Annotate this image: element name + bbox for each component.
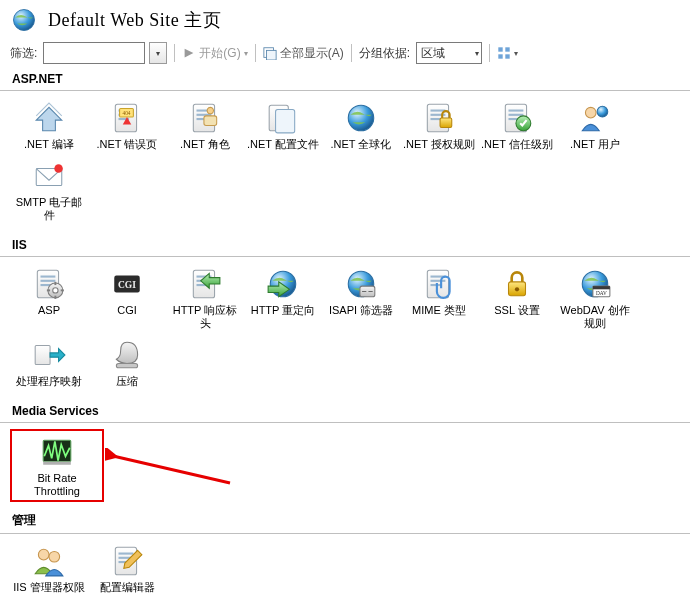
- feature-webdav[interactable]: WebDAV 创作规则: [558, 267, 632, 330]
- view-mode-button[interactable]: ▾: [497, 46, 518, 60]
- separator: [351, 44, 352, 62]
- section-title-aspnet: ASP.NET: [0, 68, 690, 91]
- separator: [255, 44, 256, 62]
- errorpage-icon: [110, 101, 144, 135]
- asp-icon: [32, 267, 66, 301]
- configeditor-icon: [110, 544, 144, 578]
- show-all-icon: [263, 46, 277, 60]
- webdav-icon: [578, 267, 612, 301]
- smtp-icon: [32, 159, 66, 193]
- feature-net-compile[interactable]: .NET 编译: [12, 101, 86, 151]
- profile-icon: [266, 101, 300, 135]
- iis-grid: ASP CGI HTTP 响应标头 HTTP 重定向 ISAPI 筛选器 MIM…: [0, 263, 690, 400]
- view-grid-icon: [497, 46, 511, 60]
- feature-iis-mgr-permissions[interactable]: IIS 管理器权限: [12, 544, 86, 594]
- feature-ssl-settings[interactable]: SSL 设置: [480, 267, 554, 330]
- feature-http-headers[interactable]: HTTP 响应标头: [168, 267, 242, 330]
- group-by-select[interactable]: 区域 ▾: [416, 42, 482, 64]
- show-all-label: 全部显示(A): [280, 45, 344, 62]
- feature-net-profile[interactable]: .NET 配置文件: [246, 101, 320, 151]
- aspnet-grid: .NET 编译 .NET 错误页 .NET 角色 .NET 配置文件 .NET …: [0, 97, 690, 234]
- feature-net-roles[interactable]: .NET 角色: [168, 101, 242, 151]
- section-title-iis: IIS: [0, 234, 690, 257]
- go-icon: [182, 46, 196, 60]
- feature-mime-types[interactable]: MIME 类型: [402, 267, 476, 330]
- feature-net-errorpages[interactable]: .NET 错误页: [90, 101, 164, 151]
- arrow-icon: [105, 448, 235, 488]
- separator: [489, 44, 490, 62]
- feature-cgi[interactable]: CGI: [90, 267, 164, 330]
- httpheaders-icon: [188, 267, 222, 301]
- feature-bit-rate-throttling[interactable]: Bit Rate Throttling: [18, 435, 96, 498]
- group-by-label: 分组依据:: [359, 45, 410, 62]
- chevron-down-icon: ▾: [475, 49, 479, 58]
- feature-isapi-filters[interactable]: ISAPI 筛选器: [324, 267, 398, 330]
- start-label: 开始(G): [199, 45, 240, 62]
- filter-input[interactable]: [43, 42, 145, 64]
- globalization-icon: [344, 101, 378, 135]
- trust-icon: [500, 101, 534, 135]
- bitrate-icon: [40, 435, 74, 469]
- filter-toolbar: 筛选: ▾ 开始(G) ▾ 全部显示(A) 分组依据: 区域 ▾ ▾: [0, 40, 690, 68]
- ssl-icon: [500, 267, 534, 301]
- cgi-icon: [110, 267, 144, 301]
- svg-line-38: [113, 456, 230, 483]
- feature-http-redirect[interactable]: HTTP 重定向: [246, 267, 320, 330]
- show-all-button[interactable]: 全部显示(A): [263, 45, 344, 62]
- section-title-manage: 管理: [0, 508, 690, 534]
- start-button[interactable]: 开始(G) ▾: [182, 45, 247, 62]
- isapi-icon: [344, 267, 378, 301]
- feature-configuration-editor[interactable]: 配置编辑器: [90, 544, 164, 594]
- mime-icon: [422, 267, 456, 301]
- manage-grid: IIS 管理器权限 配置编辑器: [0, 540, 690, 594]
- feature-net-users[interactable]: .NET 用户: [558, 101, 632, 151]
- group-by-value: 区域: [421, 45, 445, 62]
- feature-net-trust[interactable]: .NET 信任级别: [480, 101, 554, 151]
- handlers-icon: [32, 338, 66, 372]
- compression-icon: [110, 338, 144, 372]
- iismgrperm-icon: [32, 544, 66, 578]
- filter-dropdown-button[interactable]: ▾: [149, 42, 167, 64]
- separator: [174, 44, 175, 62]
- feature-net-globalization[interactable]: .NET 全球化: [324, 101, 398, 151]
- authrules-icon: [422, 101, 456, 135]
- page-title: Default Web Site 主页: [48, 8, 221, 32]
- section-title-media: Media Services: [0, 400, 690, 423]
- highlight-box: Bit Rate Throttling: [10, 429, 104, 502]
- feature-net-authrules[interactable]: .NET 授权规则: [402, 101, 476, 151]
- feature-handler-mappings[interactable]: 处理程序映射: [12, 338, 86, 388]
- feature-compression[interactable]: 压缩: [90, 338, 164, 388]
- page-header: Default Web Site 主页: [0, 0, 690, 40]
- feature-asp[interactable]: ASP: [12, 267, 86, 330]
- site-icon: [10, 6, 38, 34]
- feature-smtp[interactable]: SMTP 电子邮件: [12, 159, 86, 222]
- redirect-icon: [266, 267, 300, 301]
- content-area: ASP.NET .NET 编译 .NET 错误页 .NET 角色 .NET 配置…: [0, 68, 690, 594]
- compile-icon: [32, 101, 66, 135]
- users-icon: [578, 101, 612, 135]
- filter-label: 筛选:: [10, 45, 37, 62]
- roles-icon: [188, 101, 222, 135]
